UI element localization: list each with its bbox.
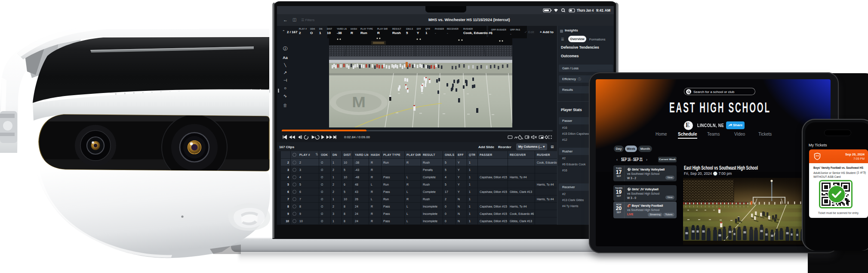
svg-text:SEP 16 - SEP 21: SEP 16 - SEP 21 <box>621 157 643 162</box>
svg-text:Boys' Varsity Football vs. Sou: Boys' Varsity Football vs. Southeast HS <box>813 166 864 170</box>
svg-text:M: M <box>352 94 366 111</box>
svg-text:Thurs Jan 4: Thurs Jan 4 <box>577 8 594 12</box>
svg-text:East High School vs Southeast: East High School vs Southeast High Schoo… <box>684 165 758 171</box>
svg-text:Adult/Junior or Senior HS Stud: Adult/Junior or Senior HS Student <box>813 171 856 174</box>
svg-text:9:41 AM: 9:41 AM <box>596 8 610 12</box>
svg-text:EAST HIGH SCHOOL: EAST HIGH SCHOOL <box>669 99 771 115</box>
